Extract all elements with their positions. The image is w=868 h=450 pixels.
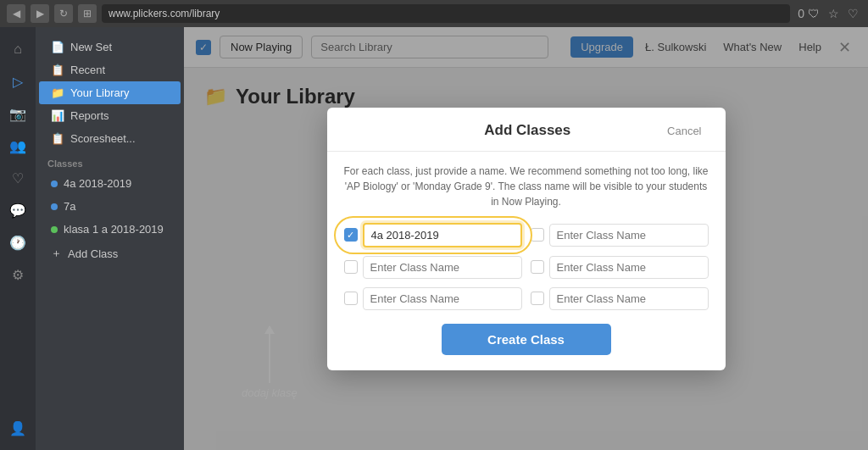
browser-chrome: ◀ ▶ ↻ ⊞ 0 🛡 ☆ ♡ xyxy=(0,0,868,27)
modal-overlay: Add Classes Cancel For each class, just … xyxy=(184,27,868,450)
nav-home[interactable]: ⌂ xyxy=(3,34,33,64)
sidebar-item-new-set[interactable]: 📄 New Set xyxy=(39,36,181,58)
sidebar-item-recent[interactable]: 📋 Recent xyxy=(39,58,181,81)
sidebar-add-class[interactable]: ＋ Add Class xyxy=(39,241,181,266)
class-checkbox-1[interactable]: ✓ xyxy=(344,228,358,242)
sidebar-item-reports[interactable]: 📊 Reports xyxy=(39,104,181,127)
refresh-button[interactable]: ↻ xyxy=(54,4,73,23)
add-classes-modal: Add Classes Cancel For each class, just … xyxy=(327,108,726,370)
reports-icon: 📊 xyxy=(51,109,64,122)
nav-camera[interactable]: 📷 xyxy=(3,98,33,129)
nav-chat[interactable]: 💬 xyxy=(3,195,33,225)
sidebar-item-your-library[interactable]: 📁 Your Library xyxy=(39,81,181,104)
url-bar[interactable] xyxy=(102,4,790,23)
class-checkbox-3[interactable] xyxy=(344,260,358,274)
extension-icon: 0 🛡 xyxy=(795,7,822,20)
nav-clock[interactable]: 🕐 xyxy=(3,227,33,258)
sidebar-item-scoresheet[interactable]: 📋 Scoresheet... xyxy=(39,127,181,150)
class-dot-4a xyxy=(51,181,58,187)
cancel-button[interactable]: Cancel xyxy=(660,121,708,141)
class-inputs-grid: ✓ xyxy=(344,223,709,310)
heart-browser-icon[interactable]: ♡ xyxy=(845,7,861,20)
grid-button[interactable]: ⊞ xyxy=(78,4,97,23)
class-input-row-5 xyxy=(344,287,522,310)
scoresheet-icon: 📋 xyxy=(51,132,64,145)
sidebar: 📄 New Set 📋 Recent 📁 Your Library 📊 Repo… xyxy=(36,27,184,450)
class-checkbox-4[interactable] xyxy=(531,260,544,274)
class-input-row-3 xyxy=(344,256,522,279)
recent-icon: 📋 xyxy=(51,64,64,76)
nav-heart[interactable]: ♡ xyxy=(3,163,33,193)
main-content: ✓ Now Playing Upgrade Ł. Sulkowski What'… xyxy=(184,27,868,450)
class-name-input-1[interactable] xyxy=(363,223,522,247)
class-name-input-6[interactable] xyxy=(549,287,709,310)
sidebar-class-4a[interactable]: 4a 2018-2019 xyxy=(39,172,181,195)
create-class-button[interactable]: Create Class xyxy=(442,324,611,355)
class-input-row-4 xyxy=(531,256,709,279)
class-dot-klasa xyxy=(51,226,58,233)
class-checkbox-2[interactable] xyxy=(531,228,544,242)
browser-actions: 0 🛡 ☆ ♡ xyxy=(795,7,861,20)
class-input-row-1: ✓ xyxy=(344,223,522,247)
library-icon: 📁 xyxy=(51,86,64,99)
forward-button[interactable]: ▶ xyxy=(31,4,49,23)
class-input-row-6 xyxy=(531,287,709,310)
modal-title: Add Classes xyxy=(395,122,661,139)
modal-header: Add Classes Cancel xyxy=(327,108,726,152)
sidebar-class-7a[interactable]: 7a xyxy=(39,195,181,218)
nav-settings[interactable]: ⚙ xyxy=(3,259,33,290)
sidebar-class-klasa1a[interactable]: klasa 1 a 2018-2019 xyxy=(39,218,181,241)
class-name-input-5[interactable] xyxy=(363,287,522,310)
class-checkbox-5[interactable] xyxy=(344,292,358,305)
class-name-input-2[interactable] xyxy=(549,224,709,247)
modal-body: For each class, just provide a name. We … xyxy=(327,152,726,370)
classes-section-label: Classes xyxy=(36,150,184,172)
add-class-icon: ＋ xyxy=(51,246,62,261)
class-name-input-3[interactable] xyxy=(363,256,522,279)
class-checkbox-6[interactable] xyxy=(531,292,544,305)
back-button[interactable]: ◀ xyxy=(7,4,25,23)
class-name-input-4[interactable] xyxy=(549,256,709,279)
new-set-icon: 📄 xyxy=(51,41,64,53)
class-dot-7a xyxy=(51,203,58,210)
icon-nav: ⌂ ▷ 📷 👥 ♡ 💬 🕐 ⚙ 👤 xyxy=(0,27,36,450)
nav-person[interactable]: 👤 xyxy=(3,413,33,443)
nav-play[interactable]: ▷ xyxy=(3,66,33,97)
app-container: ⌂ ▷ 📷 👥 ♡ 💬 🕐 ⚙ 👤 📄 New Set 📋 Recent 📁 Y… xyxy=(0,27,868,450)
class-input-row-2 xyxy=(531,223,709,247)
nav-users[interactable]: 👥 xyxy=(3,131,33,161)
bookmark-icon[interactable]: ☆ xyxy=(826,7,842,20)
modal-description: For each class, just provide a name. We … xyxy=(344,164,709,209)
